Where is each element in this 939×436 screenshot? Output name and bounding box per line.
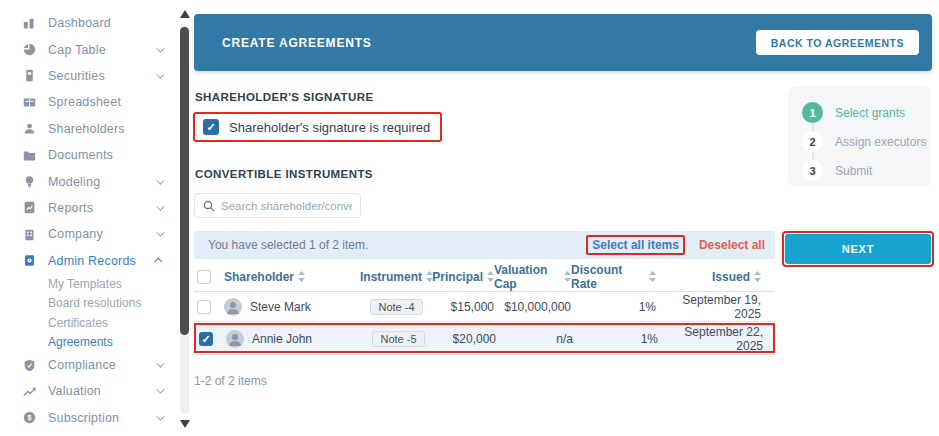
- scroll-down-arrow-icon[interactable]: [180, 420, 190, 428]
- step-select-grants[interactable]: 1 Select grants: [802, 98, 931, 127]
- svg-text:$: $: [27, 414, 31, 423]
- pagination-summary: 1-2 of 2 items: [194, 374, 267, 388]
- search-input[interactable]: [221, 200, 352, 212]
- sort-icon[interactable]: [298, 271, 305, 282]
- sidebar-item-cap-table[interactable]: Cap Table: [0, 36, 176, 62]
- records-icon: [22, 254, 36, 268]
- sidebar-item-spreadsheet[interactable]: Spreadsheet: [0, 89, 176, 115]
- chevron-down-icon: [156, 386, 164, 394]
- chevron-down-icon: [156, 412, 164, 420]
- issued-date: September 22, 2025: [658, 325, 777, 353]
- selection-summary: You have selected 1 of 2 item.: [208, 238, 368, 252]
- sidebar-item-label: Company: [48, 227, 103, 241]
- step-label: Assign executors: [835, 135, 926, 149]
- discount-rate-value: 1%: [571, 300, 656, 314]
- step-number-badge: 3: [802, 160, 823, 181]
- signature-checkbox-label: Shareholder's signature is required: [229, 120, 430, 135]
- page-title: CREATE AGREEMENTS: [222, 36, 372, 50]
- signature-required-checkbox[interactable]: ✓: [203, 119, 219, 135]
- sidebar-subitem-agreements[interactable]: Agreements: [0, 332, 176, 352]
- sidebar-item-compliance[interactable]: Compliance: [0, 352, 176, 378]
- sidebar-item-reports[interactable]: Reports: [0, 195, 176, 221]
- chevron-down-icon: [156, 70, 164, 78]
- table-row[interactable]: Steve Mark Note -4 $15,000 $10,000,000 1…: [194, 292, 775, 322]
- sort-icon[interactable]: [564, 271, 571, 282]
- sidebar-item-label: Shareholders: [48, 122, 125, 136]
- spreadsheet-icon: [22, 95, 36, 109]
- trend-chart-icon: [22, 384, 36, 398]
- chevron-down-icon: [156, 359, 164, 367]
- sidebar-item-documents[interactable]: Documents: [0, 142, 176, 168]
- valuation-cap-value: n/a: [496, 332, 573, 346]
- column-header-issued[interactable]: Issued: [656, 270, 775, 284]
- sidebar-item-label: Reports: [48, 201, 93, 215]
- sidebar-item-label: Subscription: [48, 411, 119, 425]
- chevron-down-icon: [156, 44, 164, 52]
- avatar: [226, 330, 244, 348]
- sort-icon[interactable]: [649, 271, 656, 282]
- sidebar-subitem-board-resolutions[interactable]: Board resolutions: [0, 293, 176, 313]
- building-icon: [22, 227, 36, 241]
- table-row-selected[interactable]: ✓ Annie John Note -5 $20,000 n/a 1% Sept…: [194, 323, 775, 353]
- search-box: [194, 193, 361, 218]
- step-number-badge: 1: [802, 102, 823, 123]
- next-button-highlight: NEXT: [782, 231, 934, 267]
- column-header-valuation-cap[interactable]: Valuation Cap: [494, 263, 571, 291]
- selection-bar: You have selected 1 of 2 item. Select al…: [194, 231, 775, 259]
- step-assign-executors[interactable]: 2 Assign executors: [802, 127, 931, 156]
- dollar-circle-icon: $: [22, 411, 36, 425]
- sidebar-scrollbar[interactable]: [178, 0, 191, 436]
- sidebar-item-dashboard[interactable]: Dashboard: [0, 10, 176, 36]
- select-all-checkbox[interactable]: [197, 270, 211, 284]
- column-header-shareholder[interactable]: Shareholder: [224, 270, 359, 284]
- pie-chart-icon: [22, 43, 36, 57]
- instruments-table: Shareholder Instrument Principal Valuati…: [194, 262, 775, 355]
- sidebar-item-admin-records[interactable]: Admin Records: [0, 248, 176, 274]
- sidebar-item-label: Dashboard: [48, 16, 111, 30]
- row-checkbox[interactable]: [197, 300, 211, 314]
- sidebar-subitem-my-templates[interactable]: My Templates: [0, 274, 176, 294]
- person-icon: [22, 122, 36, 136]
- valuation-cap-value: $10,000,000: [494, 300, 571, 314]
- sort-icon[interactable]: [754, 271, 761, 282]
- sidebar-item-shareholders[interactable]: Shareholders: [0, 116, 176, 142]
- sidebar-item-company[interactable]: Company: [0, 221, 176, 247]
- sidebar: Dashboard Cap Table Securities Spreadshe…: [0, 0, 176, 436]
- shareholder-name: Steve Mark: [250, 300, 311, 314]
- step-label: Submit: [835, 164, 872, 178]
- step-number-badge: 2: [802, 131, 823, 152]
- avatar: [224, 298, 242, 316]
- step-submit[interactable]: 3 Submit: [802, 156, 931, 185]
- row-checkbox[interactable]: ✓: [199, 332, 213, 346]
- search-icon: [203, 200, 215, 212]
- back-to-agreements-button[interactable]: BACK TO AGREEMENTS: [756, 30, 919, 55]
- sidebar-subitem-certificates[interactable]: Certificates: [0, 313, 176, 333]
- sidebar-item-modeling[interactable]: Modeling: [0, 168, 176, 194]
- page-header: CREATE AGREEMENTS BACK TO AGREEMENTS: [194, 14, 932, 71]
- next-button[interactable]: NEXT: [785, 234, 931, 264]
- dashboard-icon: [22, 16, 36, 30]
- sidebar-item-label: Admin Records: [48, 254, 136, 268]
- sidebar-item-label: Spreadsheet: [48, 95, 121, 109]
- deselect-all-link[interactable]: Deselect all: [699, 238, 765, 252]
- select-all-link[interactable]: Select all items: [586, 235, 685, 255]
- sidebar-item-valuation[interactable]: Valuation: [0, 378, 176, 404]
- sidebar-item-subscription[interactable]: $ Subscription: [0, 405, 176, 431]
- folder-icon: [22, 148, 36, 162]
- sidebar-item-securities[interactable]: Securities: [0, 63, 176, 89]
- principal-value: $20,000: [436, 332, 496, 346]
- instrument-badge: Note -4: [370, 299, 422, 315]
- chevron-down-icon: [156, 176, 164, 184]
- column-header-discount-rate[interactable]: Discount Rate: [571, 263, 656, 291]
- sidebar-item-label: Cap Table: [48, 43, 106, 57]
- column-header-instrument[interactable]: Instrument: [359, 270, 434, 284]
- scroll-up-arrow-icon[interactable]: [180, 10, 190, 18]
- chevron-down-icon: [156, 202, 164, 210]
- scrollbar-thumb[interactable]: [180, 27, 189, 335]
- principal-value: $15,000: [434, 300, 494, 314]
- sort-icon[interactable]: [487, 271, 494, 282]
- table-bottom-divider: [194, 353, 775, 355]
- column-header-principal[interactable]: Principal: [434, 270, 494, 284]
- shield-icon: [22, 358, 36, 372]
- step-label: Select grants: [835, 106, 905, 120]
